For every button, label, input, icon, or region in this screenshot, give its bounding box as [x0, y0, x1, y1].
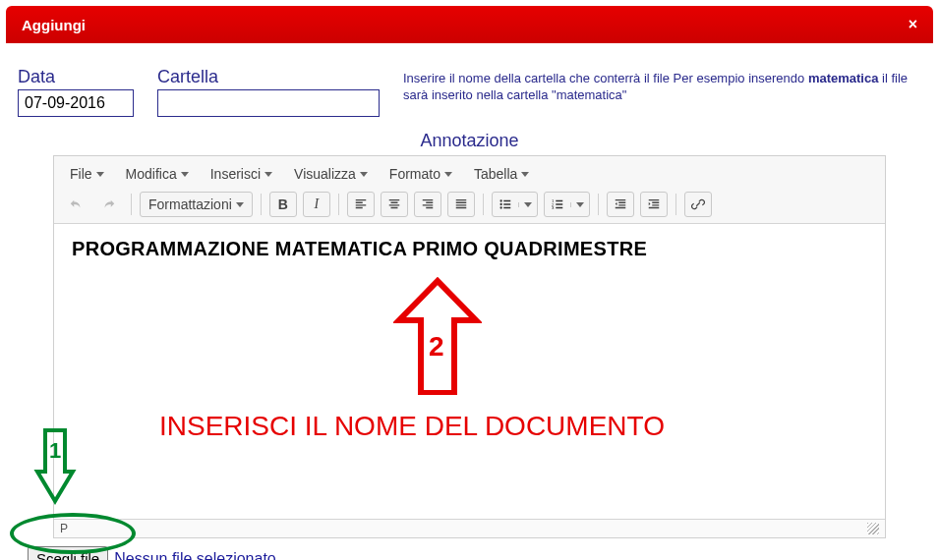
separator: [131, 194, 132, 215]
numbered-list-icon: 123: [545, 197, 570, 211]
date-input[interactable]: [18, 89, 134, 117]
date-label: Data: [18, 67, 134, 87]
svg-point-0: [499, 199, 501, 201]
menu-file[interactable]: File: [62, 162, 112, 186]
resize-grip-icon[interactable]: [867, 523, 879, 534]
svg-point-2: [499, 206, 501, 208]
annotation-step-2-label: 2: [429, 331, 444, 362]
redo-icon[interactable]: [95, 192, 123, 217]
indent-icon[interactable]: [640, 192, 668, 217]
chevron-down-icon: [444, 172, 452, 177]
chevron-down-icon: [181, 172, 189, 177]
modal-header: Aggiungi ×: [6, 6, 933, 43]
folder-field-group: Cartella: [157, 67, 380, 117]
chevron-down-icon: [524, 202, 532, 207]
annotation-step-2-arrow: 2: [393, 277, 482, 399]
menu-insert[interactable]: Inserisci: [203, 162, 280, 186]
annotation-label: Annotazione: [0, 131, 939, 151]
menu-view[interactable]: Visualizza: [286, 162, 376, 186]
link-icon[interactable]: [684, 192, 712, 217]
chevron-down-icon: [96, 172, 104, 177]
editor-statusbar: P: [54, 519, 885, 537]
element-path: P: [60, 522, 68, 535]
align-left-icon[interactable]: [347, 192, 375, 217]
bulleted-list-icon: [493, 197, 518, 211]
separator: [483, 194, 484, 215]
undo-icon[interactable]: [62, 192, 89, 217]
outdent-icon[interactable]: [607, 192, 634, 217]
hint-pre: Inserire il nome della cartella che cont…: [403, 71, 808, 85]
form-row: Data Cartella Inserire il nome della car…: [0, 49, 939, 123]
menu-format[interactable]: Formato: [381, 162, 460, 186]
folder-hint: Inserire il nome della cartella che cont…: [403, 67, 914, 104]
svg-point-1: [499, 203, 501, 205]
separator: [261, 194, 262, 215]
annotation-instruction: INSERISCI IL NOME DEL DOCUMENTO: [159, 411, 665, 442]
modal-title: Aggiungi: [22, 17, 86, 33]
document-title-text: PROGRAMMAZIONE MATEMATICA PRIMO QUADRIME…: [72, 238, 867, 260]
separator: [338, 194, 339, 215]
file-chooser-row: Scegli file Nessun file selezionato: [0, 538, 939, 560]
hint-bold: matematica: [808, 71, 879, 85]
annotation-step-1-label: 1: [49, 438, 61, 463]
menu-table[interactable]: Tabella: [466, 162, 537, 186]
folder-label: Cartella: [157, 67, 380, 87]
choose-file-button[interactable]: Scegli file: [28, 546, 108, 560]
file-chooser-status: Nessun file selezionato: [114, 550, 276, 561]
bulleted-list-button[interactable]: [492, 192, 538, 217]
annotation-step-1-arrow: 1: [35, 428, 75, 507]
chevron-down-icon: [521, 172, 529, 177]
folder-input[interactable]: [157, 89, 380, 117]
align-center-icon[interactable]: [381, 192, 408, 217]
close-icon[interactable]: ×: [909, 16, 917, 33]
date-field-group: Data: [18, 67, 134, 117]
align-right-icon[interactable]: [414, 192, 441, 217]
svg-text:3: 3: [552, 205, 555, 210]
chevron-down-icon: [236, 202, 244, 207]
editor-toolbar: File Modifica Inserisci Visualizza Forma…: [54, 156, 885, 224]
menu-edit[interactable]: Modifica: [118, 162, 197, 186]
separator: [675, 194, 676, 215]
chevron-down-icon: [576, 202, 584, 207]
chevron-down-icon: [360, 172, 368, 177]
align-justify-icon[interactable]: [447, 192, 475, 217]
formatting-dropdown[interactable]: Formattazioni: [140, 192, 253, 217]
bold-icon[interactable]: B: [269, 192, 297, 217]
toolbar-buttons-row: Formattazioni B I: [62, 192, 877, 217]
toolbar-menus-row: File Modifica Inserisci Visualizza Forma…: [62, 162, 877, 186]
chevron-down-icon: [264, 172, 272, 177]
numbered-list-button[interactable]: 123: [544, 192, 590, 217]
separator: [598, 194, 599, 215]
italic-icon[interactable]: I: [303, 192, 330, 217]
